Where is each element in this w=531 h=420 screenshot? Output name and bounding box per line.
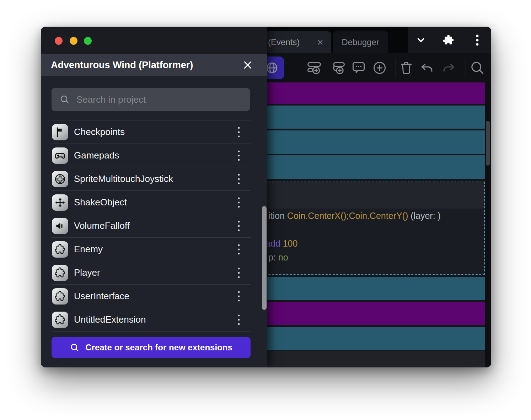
project-items-list: Checkpoints Gamepads SpriteMultitouchJoy… [52,120,251,332]
action-text-position: ition Coin.CenterX();Coin.CenterY() (lay… [268,211,441,221]
item-kebab-icon[interactable] [237,267,241,279]
gdevelop-window: (Events) Debugger [41,27,491,367]
search-icon [59,94,70,105]
event-row-teal[interactable] [254,130,485,154]
add-subevent-button[interactable] [330,60,346,76]
gamepad-icon [52,147,68,164]
tab-events-label: (Events) [268,37,300,47]
event-row-teal[interactable] [254,155,485,179]
macos-zoom-button[interactable] [84,37,92,45]
list-item-player[interactable]: Player [52,261,251,285]
toolbar-divider [396,58,396,78]
event-row-teal[interactable] [254,277,485,300]
item-kebab-icon[interactable] [237,243,241,255]
action-text-loop: p: no [268,252,288,263]
desktop-background: (Events) Debugger [0,0,531,420]
list-item-label: VolumeFalloff [68,220,237,231]
macos-close-button[interactable] [55,37,63,45]
item-kebab-icon[interactable] [237,220,241,232]
tab-debugger[interactable]: Debugger [333,31,388,53]
create-extension-button[interactable]: Create or search for new extensions [52,337,251,358]
item-kebab-icon[interactable] [237,173,241,185]
close-panel-icon[interactable] [242,60,253,70]
event-row-teal[interactable] [254,327,485,350]
list-item-label: Player [68,267,237,278]
list-item-label: Checkpoints [68,126,237,138]
search-events-button[interactable] [470,60,485,76]
search-input[interactable] [70,94,250,106]
item-kebab-icon[interactable] [237,126,241,138]
puzzle-piece-icon [52,312,68,328]
add-something-button[interactable] [372,60,387,76]
events-scrollbar-thumb[interactable] [486,121,490,166]
macos-minimize-button[interactable] [70,37,77,45]
list-item-shakeobject[interactable]: ShakeObject [52,191,251,214]
puzzle-piece-icon [52,288,68,305]
loop-value: no [278,252,288,262]
events-sheet-footer [254,351,485,367]
list-item-joystick[interactable]: SpriteMultitouchJoystick [52,167,251,191]
joystick-icon [52,171,68,187]
puzzle-piece-icon [52,265,68,281]
move-arrows-icon [52,194,68,211]
undo-button[interactable] [419,60,435,76]
loop-fragment: p: [268,252,276,262]
list-item-label: SpriteMultitouchJoystick [68,173,237,184]
item-kebab-icon[interactable] [237,196,241,209]
add-keyword: add [266,238,280,248]
toolbar-divider [466,58,466,78]
window-titlebar [41,27,267,54]
action-expression: Coin.CenterX();Coin.CenterY() [287,211,408,221]
event-row-purple[interactable] [254,82,485,104]
selected-event[interactable]: ition Coin.CenterX();Coin.CenterY() (lay… [254,182,485,275]
puzzle-piece-icon [52,241,68,258]
add-comment-button[interactable] [351,60,366,76]
list-item-label: ShakeObject [68,197,237,208]
event-row-teal[interactable] [254,106,485,129]
list-item-checkpoints[interactable]: Checkpoints [52,120,251,144]
item-kebab-icon[interactable] [237,314,241,326]
project-manager-panel: Adventurous Wind (Platformer) Checkpoint… [41,27,267,367]
panel-header: Adventurous Wind (Platformer) [41,54,267,76]
redo-button[interactable] [441,60,456,76]
event-row-purple[interactable] [254,302,485,325]
add-event-button[interactable] [306,60,322,76]
item-kebab-icon[interactable] [237,290,241,302]
events-scrollbar-track[interactable] [485,82,491,367]
tab-events[interactable]: (Events) [259,31,331,53]
list-item-label: UserInterface [68,291,237,302]
action-layer-suffix: (layer: ) [411,211,441,221]
item-kebab-icon[interactable] [237,150,241,162]
tab-debugger-label: Debugger [342,37,379,47]
action-text-add: add 100 [266,238,297,249]
list-item-label: Gamepads [68,150,237,161]
project-search-field[interactable] [52,88,250,111]
list-item-untitledextension[interactable]: UntitledExtension [52,308,251,332]
tab-close-icon[interactable] [316,38,324,46]
window-controls-strip [408,27,491,53]
create-extension-label: Create or search for new extensions [85,343,232,352]
chevron-down-icon[interactable] [415,35,426,45]
list-item-gamepads[interactable]: Gamepads [52,144,251,167]
delete-button[interactable] [398,60,414,76]
speaker-icon [52,218,68,234]
search-icon [70,343,80,352]
list-item-userinterface[interactable]: UserInterface [52,285,251,308]
list-item-label: Enemy [68,244,237,255]
list-item-enemy[interactable]: Enemy [52,238,251,261]
list-item-label: UntitledExtension [68,314,237,325]
action-fragment: ition [268,211,285,221]
flag-icon [52,124,68,140]
list-item-volumefalloff[interactable]: VolumeFalloff [52,214,251,238]
extensions-puzzle-icon[interactable] [442,34,455,46]
selected-event-condition-area [255,182,484,209]
panel-title: Adventurous Wind (Platformer) [41,60,193,71]
add-value: 100 [283,238,298,248]
kebab-menu-icon[interactable] [476,34,479,46]
panel-scrollbar-thumb[interactable] [262,206,267,310]
